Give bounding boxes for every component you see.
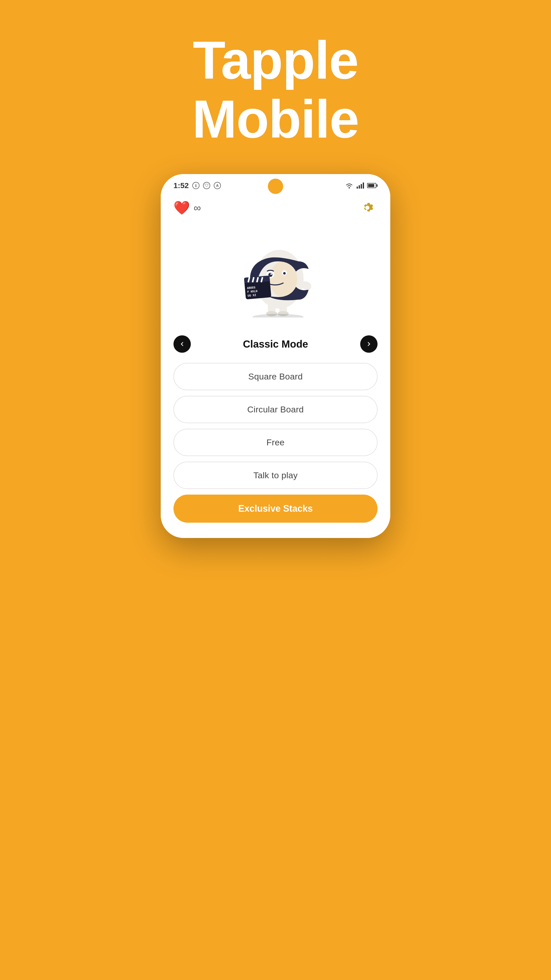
svg-point-5 [270, 273, 272, 275]
status-bar: 1:52 ℹ 🛡 A [161, 174, 390, 192]
mode-selector: Classic Mode [161, 330, 390, 360]
phone-frame: 1:52 ℹ 🛡 A ❤️ [161, 174, 390, 538]
settings-button[interactable] [357, 197, 378, 218]
free-button[interactable]: Free [173, 429, 378, 456]
svg-point-7 [283, 272, 286, 275]
buttons-area: Square Board Circular Board Free Talk to… [161, 360, 390, 538]
infinity-icon: ∞ [194, 202, 201, 213]
status-left: 1:52 ℹ 🛡 A [173, 181, 221, 190]
signal-icon [357, 183, 364, 189]
title-line2: Mobile [192, 89, 359, 149]
status-time: 1:52 [173, 181, 189, 190]
square-board-button[interactable]: Square Board [173, 363, 378, 390]
title-line1: Tapple [192, 30, 358, 90]
svg-point-0 [349, 187, 350, 189]
mascot-area: ABOEG F KKLN UU XZ [161, 221, 390, 330]
circular-board-button[interactable]: Circular Board [173, 396, 378, 423]
app-title: Tapple Mobile [192, 30, 359, 148]
talk-to-play-button[interactable]: Talk to play [173, 462, 378, 489]
status-right [345, 182, 378, 189]
battery-icon [367, 183, 378, 188]
wifi-icon [345, 182, 354, 189]
prev-mode-button[interactable] [173, 335, 191, 353]
heart-container: ❤️ ∞ [173, 200, 201, 216]
svg-point-23 [252, 314, 303, 318]
status-shield-icon: 🛡 [203, 182, 210, 189]
exclusive-stacks-button[interactable]: Exclusive Stacks [173, 495, 378, 523]
top-bar: ❤️ ∞ [161, 192, 390, 221]
next-mode-button[interactable] [360, 335, 378, 353]
status-a-icon: A [214, 182, 221, 189]
mascot-image: ABOEG F KKLN UU XZ [232, 236, 319, 323]
heart-icon: ❤️ [173, 200, 190, 216]
notch [268, 179, 283, 194]
mode-title: Classic Mode [201, 339, 350, 350]
status-info-icon: ℹ [192, 182, 200, 189]
gear-icon [359, 200, 375, 216]
